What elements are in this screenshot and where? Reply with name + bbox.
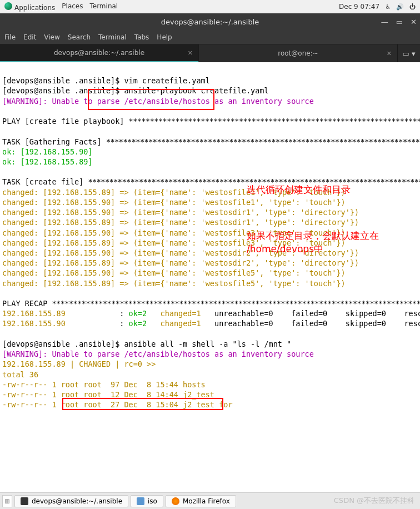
taskbar-item-firefox[interactable]: Mozilla Firefox (166, 495, 236, 507)
changed-line: changed: [192.168.155.90] => (item={'nam… (2, 268, 346, 277)
terminal-menubar: File Edit View Search Terminal Tabs Help (0, 30, 420, 44)
changed-line: changed: [192.168.155.89] => (item={'nam… (2, 218, 359, 227)
maximize-button[interactable]: ▭ (396, 18, 403, 26)
places-menu[interactable]: Places (62, 2, 83, 12)
tab-label: root@one:~ (278, 49, 318, 57)
recap-header: PLAY RECAP *****************************… (2, 299, 420, 308)
volume-icon[interactable]: 🔊 (396, 3, 404, 11)
shell-output-line: -rw-r--r-- 1 root root 12 Dec 8 14:44 j2… (2, 390, 214, 399)
close-button[interactable]: ✕ (411, 18, 417, 26)
taskbar-label: Mozilla Firefox (183, 497, 230, 505)
terminal-icon (21, 497, 28, 505)
command-text: ansible-playbook createfile.yaml (124, 86, 268, 95)
activities-button[interactable]: Applications (4, 2, 55, 12)
close-icon[interactable]: ✕ (387, 50, 392, 57)
ok-line: ok: [192.168.155.89] (2, 157, 93, 166)
recap-row: 192.168.155.89 : ok=2 changed=1 unreacha… (2, 309, 420, 318)
shell-result-header: 192.168.155.89 | CHANGED | rc=0 >> (2, 360, 156, 368)
changed-line: changed: [192.168.155.90] => (item={'nam… (2, 248, 359, 257)
shell-output-line: -rw-r--r-- 1 root root 27 Dec 8 15:04 j2… (2, 400, 233, 409)
changed-line: changed: [192.168.155.90] => (item={'nam… (2, 228, 346, 237)
changed-line: changed: [192.168.155.89] => (item={'nam… (2, 238, 346, 247)
changed-line: changed: [192.168.155.90] => (item={'nam… (2, 198, 346, 207)
menu-edit[interactable]: Edit (23, 33, 36, 41)
changed-line: changed: [192.168.155.89] => (item={'nam… (2, 258, 359, 267)
shell-output-line: -rw-r--r-- 1 root root 97 Dec 8 15:44 ho… (2, 380, 206, 389)
show-desktop-button[interactable]: ▥ (2, 495, 12, 507)
terminal-output[interactable]: [devops@ansible .ansible]$ vim createfil… (0, 62, 420, 412)
window-title: devops@ansible:~/.ansible (161, 18, 259, 26)
terminal-menu[interactable]: Terminal (89, 2, 118, 12)
task-header: TASK [Gathering Facts] *****************… (2, 137, 420, 146)
menu-terminal[interactable]: Terminal (98, 33, 127, 41)
taskbar-item-files[interactable]: iso (131, 495, 163, 507)
changed-line: changed: [192.168.155.89] => (item={'nam… (2, 279, 346, 288)
changed-line: changed: [192.168.155.89] => (item={'nam… (2, 188, 346, 197)
menu-view[interactable]: View (44, 33, 59, 41)
menu-search[interactable]: Search (68, 33, 91, 41)
window-titlebar: devops@ansible:~/.ansible — ▭ ✕ (0, 13, 420, 30)
watermark-text: CSDN @不去医院不挂科 (334, 496, 414, 506)
changed-line: changed: [192.168.155.90] => (item={'nam… (2, 208, 359, 217)
accessibility-icon[interactable]: ♿ (385, 3, 391, 11)
folder-icon (137, 497, 144, 505)
gnome-taskbar: ▥ devops@ansible:~/.ansible iso Mozilla … (0, 492, 420, 509)
tab-new-button[interactable]: ▭ ▾ (398, 44, 420, 62)
warning-line: [WARNING]: Unable to parse /etc/ansible/… (2, 350, 314, 358)
command-text: vim createfile.yaml (124, 76, 209, 85)
menu-tabs[interactable]: Tabs (134, 33, 149, 41)
shell-output-line: total 36 (2, 370, 38, 379)
play-header: PLAY [create file playbook] ************… (2, 117, 420, 126)
firefox-icon (172, 497, 179, 505)
task-header: TASK [create file] *********************… (2, 177, 420, 186)
tab-root-one[interactable]: root@one:~ ✕ (199, 44, 398, 62)
taskbar-item-terminal[interactable]: devops@ansible:~/.ansible (14, 495, 128, 507)
close-icon[interactable]: ✕ (188, 49, 193, 57)
menu-file[interactable]: File (4, 33, 16, 41)
power-icon[interactable]: ⏻ (409, 3, 416, 11)
gnome-top-panel: Applications Places Terminal Dec 9 07:47… (0, 0, 420, 13)
taskbar-label: iso (148, 497, 157, 505)
minimize-button[interactable]: — (381, 18, 388, 26)
menu-help[interactable]: Help (157, 33, 172, 41)
command-text: ansible all -m shell -a "ls -l /mnt " (124, 340, 291, 348)
terminal-tabbar: devops@ansible:~/.ansible ✕ root@one:~ ✕… (0, 44, 420, 62)
recap-row: 192.168.155.90 : ok=2 changed=1 unreacha… (2, 319, 420, 328)
clock[interactable]: Dec 9 07:47 (339, 3, 379, 11)
ok-line: ok: [192.168.155.90] (2, 147, 93, 156)
prompt: [devops@ansible .ansible]$ (2, 86, 124, 95)
warning-line: [WARNING]: Unable to parse /etc/ansible/… (2, 97, 314, 106)
prompt: [devops@ansible .ansible]$ (2, 340, 124, 348)
tab-devops-ansible[interactable]: devops@ansible:~/.ansible ✕ (0, 44, 199, 62)
tab-label: devops@ansible:~/.ansible (54, 49, 144, 57)
prompt: [devops@ansible .ansible]$ (2, 76, 124, 85)
taskbar-label: devops@ansible:~/.ansible (32, 497, 122, 505)
